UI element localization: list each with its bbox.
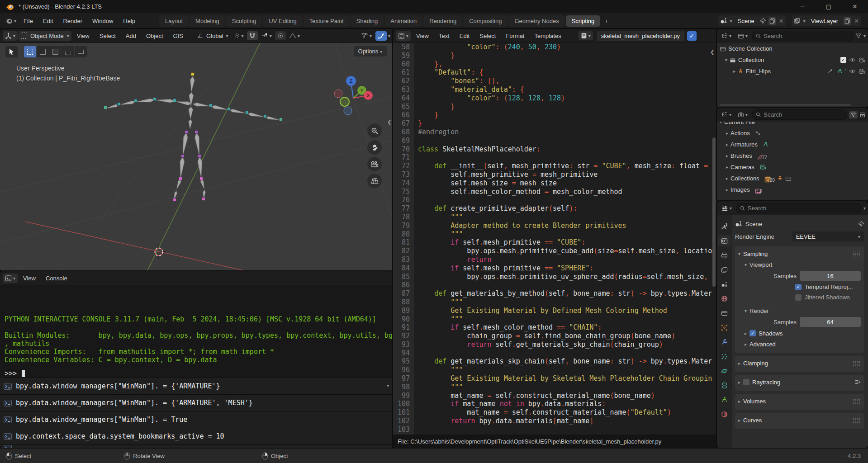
- code-lines[interactable]: "color": (240, 50, 230) } }, "Default": …: [414, 43, 717, 435]
- properties-tab-modifiers-icon[interactable]: [718, 336, 730, 348]
- drag-grip-icon[interactable]: ⣿⣿: [853, 360, 861, 366]
- blender-menu-icon[interactable]: ▾: [3, 17, 19, 25]
- text-menu-view[interactable]: View: [412, 33, 433, 39]
- properties-tab-physics-icon[interactable]: [718, 365, 730, 377]
- editor-type-text-icon[interactable]: ▾: [396, 31, 411, 41]
- curves-section[interactable]: ▸Curves⣿⣿: [735, 413, 864, 429]
- render-subsection-header[interactable]: ▾Render: [738, 305, 861, 316]
- viewport-menu-view[interactable]: View: [72, 33, 94, 39]
- remove-viewlayer-icon[interactable]: ✕: [854, 18, 859, 24]
- blend-file-row-images[interactable]: ▸Images2: [717, 184, 868, 195]
- pivot-point-dropdown[interactable]: ▾: [232, 31, 246, 40]
- properties-tab-material-icon[interactable]: [718, 409, 730, 420]
- scene-name[interactable]: Scene: [735, 18, 757, 24]
- mode-selector[interactable]: Object Mode▾: [19, 31, 71, 41]
- outliner-filter-dropdown[interactable]: ▾: [863, 33, 866, 38]
- editor-scrollbar[interactable]: [712, 137, 716, 287]
- workspace-tab-uv-editing[interactable]: UV Editing: [263, 15, 302, 27]
- proportional-falloff-dropdown[interactable]: ▾: [287, 31, 302, 40]
- collapse-reports-chevron[interactable]: ▾: [386, 382, 389, 390]
- disable-render-camera-icon[interactable]: [859, 57, 865, 63]
- select-box-tool[interactable]: [24, 46, 36, 57]
- blend-file-row-brushes[interactable]: ▸Brushes77: [717, 150, 868, 161]
- blend-file-row-collections[interactable]: ▸Collections20: [717, 173, 868, 184]
- filter-icon[interactable]: [855, 33, 862, 39]
- add-workspace-tab[interactable]: +: [601, 15, 612, 27]
- unlink-scene-icon[interactable]: ✕: [779, 18, 784, 24]
- text-menu-text[interactable]: Text: [434, 33, 454, 39]
- minimize-button[interactable]: ─: [789, 0, 816, 13]
- properties-tab-world-icon[interactable]: [718, 293, 730, 304]
- console-body[interactable]: PYTHON INTERACTIVE CONSOLE 3.11.7 (main,…: [0, 285, 393, 448]
- expand-chevron-icon[interactable]: ▸: [726, 131, 728, 136]
- text-menu-templates[interactable]: Templates: [530, 33, 566, 39]
- toolbar-cursor-tool[interactable]: [5, 46, 18, 57]
- scene-selector[interactable]: ▾ Scene ✕: [718, 15, 786, 26]
- text-menu-select[interactable]: Select: [475, 33, 500, 39]
- console-menu-console[interactable]: Console: [41, 275, 72, 282]
- outliner-row-fitri-hips[interactable]: ▸ Fitri_Hips ': [717, 66, 868, 77]
- hide-eye-icon[interactable]: [849, 69, 856, 74]
- archive-icon[interactable]: [859, 112, 866, 118]
- text-menu-edit[interactable]: Edit: [455, 33, 474, 39]
- volumes-section[interactable]: ▸Volumes⣿⣿: [735, 394, 864, 410]
- hide-eye-icon[interactable]: [849, 57, 856, 62]
- sampling-section-header[interactable]: ▾Sampling⣿⣿: [738, 248, 861, 259]
- drag-grip-icon[interactable]: ⣿⣿: [853, 398, 861, 404]
- properties-tab-data-icon[interactable]: [718, 394, 730, 406]
- properties-options-dropdown[interactable]: ▾: [863, 206, 866, 211]
- workspace-tab-compositing[interactable]: Compositing: [463, 15, 508, 27]
- collection-checkbox[interactable]: ✓: [840, 57, 846, 63]
- blend-file-row-actions[interactable]: ▸Actions: [717, 128, 868, 139]
- drag-grip-icon[interactable]: ⣿⣿: [853, 251, 861, 257]
- blend-file-display-mode-icon[interactable]: ▾: [735, 110, 750, 119]
- workspace-tab-scripting[interactable]: Scripting: [566, 15, 601, 27]
- select-difference-tool[interactable]: [62, 46, 74, 57]
- snap-settings-dropdown[interactable]: ▾: [259, 31, 274, 40]
- pin-icon[interactable]: [760, 18, 766, 24]
- sidebar-collapse-chevron[interactable]: ❮: [387, 119, 392, 125]
- menu-edit[interactable]: Edit: [38, 18, 58, 24]
- expand-chevron-icon[interactable]: ▸: [726, 142, 728, 147]
- disable-render-camera-icon[interactable]: [859, 69, 865, 74]
- grid-orthographic-icon[interactable]: [367, 174, 382, 188]
- viewport-canvas[interactable]: User Perspective (1) Collection | P_Fitr…: [0, 43, 393, 271]
- viewport-menu-add[interactable]: Add: [121, 33, 141, 39]
- menu-help[interactable]: Help: [118, 18, 140, 24]
- properties-tab-scene-icon[interactable]: [718, 279, 730, 290]
- console-menu-view[interactable]: View: [19, 275, 40, 282]
- snap-toggle-magnet-icon[interactable]: [247, 31, 258, 40]
- properties-tab-object-icon[interactable]: [718, 322, 730, 333]
- proportional-editing-icon[interactable]: [275, 31, 286, 40]
- properties-tab-tool-icon[interactable]: [718, 221, 730, 232]
- menu-window[interactable]: Window: [87, 18, 118, 24]
- filter-icon[interactable]: [849, 111, 858, 118]
- properties-tab-view-layer-icon[interactable]: [718, 264, 730, 275]
- properties-tab-output-icon[interactable]: [718, 250, 730, 261]
- viewport-options-button[interactable]: Options ▾: [354, 46, 387, 57]
- text-datablock-icon[interactable]: ▾: [579, 31, 593, 40]
- workspace-tab-sculpting[interactable]: Sculpting: [226, 15, 262, 27]
- raytracing-section[interactable]: ▸Raytracing: [735, 375, 864, 391]
- shadows-checkbox[interactable]: ✓: [749, 330, 756, 336]
- workspace-tab-geometry-nodes[interactable]: Geometry Nodes: [508, 15, 564, 27]
- clamping-section[interactable]: ▸Clamping⣿⣿: [735, 356, 864, 372]
- blend-file-search-input[interactable]: Search: [752, 109, 847, 120]
- select-intersect-tool[interactable]: [75, 46, 87, 57]
- camera-view-icon[interactable]: [367, 157, 382, 171]
- console-history-row-partial[interactable]: [0, 444, 393, 448]
- shadows-subsection-header[interactable]: ▸✓ Shadows: [738, 328, 861, 339]
- jittered-shadows-checkbox[interactable]: [795, 294, 802, 301]
- console-history-row[interactable]: bpy.data.window_managers["WinMan"]. = {'…: [0, 394, 393, 411]
- workspace-tab-modeling[interactable]: Modeling: [190, 15, 225, 27]
- workspace-tab-texture-paint[interactable]: Texture Paint: [304, 15, 350, 27]
- drag-grip-icon[interactable]: ⣿⣿: [853, 417, 861, 423]
- outliner-row-collection[interactable]: ▾ Collection ✓: [717, 54, 868, 66]
- text-menu-format[interactable]: Format: [501, 33, 529, 39]
- viewlayer-selector[interactable]: ▾ ViewLayer ✕: [792, 15, 861, 26]
- expand-chevron-icon[interactable]: ▾: [725, 57, 727, 62]
- properties-tab-particles-icon[interactable]: [718, 351, 730, 362]
- console-history-row[interactable]: bpy.data.window_managers["WinMan"]. = {'…: [0, 378, 393, 394]
- select-extend-tool[interactable]: [37, 46, 49, 57]
- console-history-row[interactable]: bpy.context.space_data.system_bookmarks_…: [0, 428, 393, 444]
